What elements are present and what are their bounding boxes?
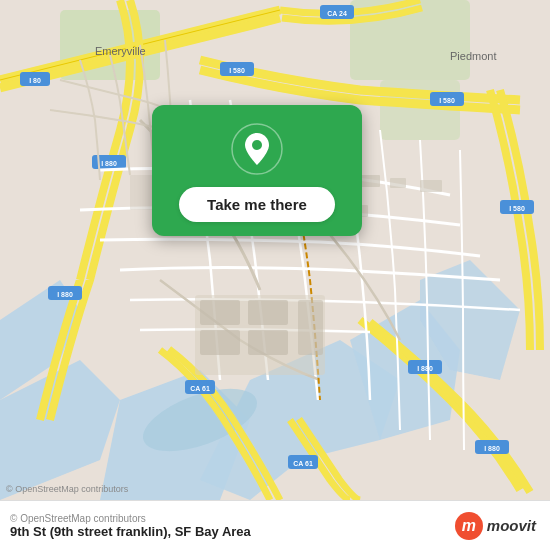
svg-rect-44 [390,178,406,188]
location-pin-icon [231,123,283,175]
map-svg: I 80 I 880 I 580 I 580 CA 24 I 580 I 880… [0,0,550,500]
svg-text:I 880: I 880 [101,160,117,167]
popup-card: Take me there [152,105,362,236]
take-me-there-button[interactable]: Take me there [179,187,335,222]
svg-rect-37 [248,300,288,325]
location-label: 9th St (9th street franklin), SF Bay Are… [10,524,251,539]
svg-rect-38 [200,330,240,355]
svg-rect-45 [420,180,442,192]
svg-text:Emeryville: Emeryville [95,45,146,57]
map-container: I 80 I 880 I 580 I 580 CA 24 I 580 I 880… [0,0,550,500]
attribution-text: © OpenStreetMap contributors [10,513,251,524]
svg-text:I 880: I 880 [484,445,500,452]
svg-text:© OpenStreetMap contributors: © OpenStreetMap contributors [6,484,129,494]
svg-text:I 580: I 580 [509,205,525,212]
svg-text:I 580: I 580 [439,97,455,104]
svg-text:I 580: I 580 [229,67,245,74]
svg-rect-43 [360,175,380,187]
moovit-logo: m moovit [455,512,536,540]
bottom-bar: © OpenStreetMap contributors 9th St (9th… [0,500,550,550]
svg-rect-39 [248,330,288,355]
location-info: © OpenStreetMap contributors 9th St (9th… [10,513,251,539]
svg-rect-40 [298,300,323,355]
svg-text:Piedmont: Piedmont [450,50,496,62]
svg-text:I 880: I 880 [417,365,433,372]
svg-text:I 880: I 880 [57,291,73,298]
svg-text:CA 61: CA 61 [190,385,210,392]
moovit-icon: m [455,512,483,540]
svg-text:CA 61: CA 61 [293,460,313,467]
moovit-wordmark: moovit [487,517,536,534]
svg-point-53 [252,140,262,150]
svg-text:I 80: I 80 [29,77,41,84]
svg-text:CA 24: CA 24 [327,10,347,17]
svg-rect-36 [200,300,240,325]
